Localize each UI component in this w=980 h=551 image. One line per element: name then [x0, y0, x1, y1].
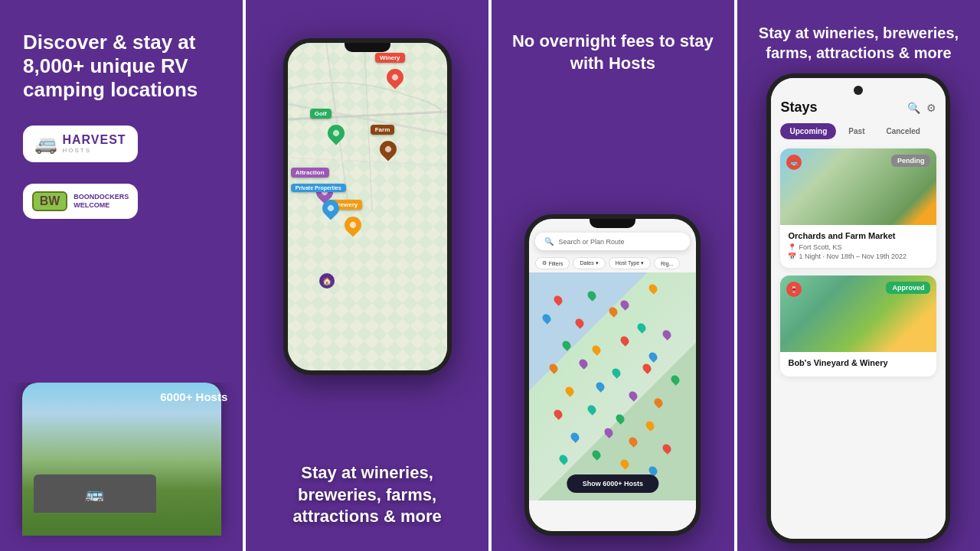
panel-3: No overnight fees to stay with Hosts 🔍 S…	[492, 0, 734, 551]
panel1-heading: Discover & stay at 8,000+ unique RV camp…	[23, 31, 220, 103]
search-icon: 🔍	[544, 237, 554, 246]
search-bar[interactable]: 🔍 Search or Plan Route	[535, 233, 690, 250]
map-dot	[577, 357, 590, 370]
stay-name-2: Bob's Vineyard & Winery	[788, 358, 929, 367]
bottom-phone-mockup: 🚌	[22, 383, 221, 536]
boondockers-text: BOONDOCKERSWELCOME	[74, 193, 129, 210]
map-dot	[557, 454, 570, 466]
map-dot	[594, 380, 606, 393]
stay-location-1: 📍 Fort Scott, KS	[788, 243, 929, 251]
map-dot	[644, 419, 656, 432]
panel3-heading: No overnight fees to stay with Hosts	[507, 31, 719, 74]
filter-chip-dates[interactable]: Dates ▾	[573, 257, 605, 269]
stay-dates-1: 📅 1 Night · Nov 18th – Nov 19th 2022	[788, 253, 929, 260]
panel2-line1: Stay at wineries,	[301, 463, 433, 482]
stay-card-2-info: Bob's Vineyard & Winery	[780, 352, 936, 377]
map-dot	[586, 289, 598, 302]
map-view: Winery Golf Farm Attraction Brewery Priv…	[288, 43, 447, 370]
tab-upcoming[interactable]: Upcoming	[780, 123, 836, 139]
map-dot	[611, 367, 623, 379]
map-dot	[574, 317, 586, 329]
phone4-notch	[854, 86, 863, 95]
harvest-sub: HOSTS	[62, 147, 126, 154]
panel-4: Stay at wineries, breweries, farms, attr…	[737, 0, 980, 551]
private-label: Private Properties	[291, 184, 346, 192]
search-text: Search or Plan Route	[558, 238, 624, 246]
golf-label: Golf	[310, 109, 332, 119]
map-dot	[648, 282, 660, 295]
tab-past[interactable]: Past	[839, 123, 874, 139]
hosts-count: 6000+ Hosts	[160, 390, 227, 403]
map-dot	[552, 408, 564, 420]
map-dot	[564, 385, 577, 397]
map-dot	[627, 435, 639, 448]
map-dot	[590, 344, 603, 357]
stays-title: Stays	[780, 99, 817, 116]
map-dot	[627, 390, 639, 402]
filter-chip-rig[interactable]: Rig...	[654, 257, 680, 269]
map-dot	[641, 362, 653, 374]
map-dot	[590, 449, 603, 461]
panel-1: Discover & stay at 8,000+ unique RV camp…	[0, 0, 243, 551]
boondockers-logo[interactable]: BW BOONDOCKERSWELCOME	[23, 184, 138, 219]
stay-card-1-info: Orchards and Farm Market 📍 Fort Scott, K…	[780, 225, 936, 268]
stay-card-1[interactable]: Pending 🚌 Orchards and Farm Market 📍 For…	[780, 148, 936, 268]
map-roads-svg	[288, 43, 447, 370]
phone3-content: 🔍 Search or Plan Route ⚙ Filters Dates ▾…	[529, 219, 696, 531]
stay-card-1-image: Pending 🚌	[780, 148, 936, 225]
phone4-content: Stays 🔍 ⚙ Upcoming Past Canceled Pending…	[771, 78, 946, 539]
map-dot	[619, 335, 632, 347]
map-home-pin: 🏠	[319, 273, 335, 289]
harvest-text: HARVEST	[62, 133, 126, 147]
map-dot	[569, 431, 581, 443]
map-dot	[603, 426, 615, 439]
panel4-phone: Stays 🔍 ⚙ Upcoming Past Canceled Pending…	[766, 73, 950, 543]
filter-bar: ⚙ Filters Dates ▾ Host Type ▾ Rig...	[535, 257, 690, 269]
phone-notch	[345, 43, 390, 52]
map-dot	[652, 396, 665, 409]
header-icons: 🔍 ⚙	[907, 102, 936, 114]
pending-badge: Pending	[891, 155, 931, 167]
map-dot	[619, 298, 632, 311]
panel2-line2: breweries, farms,	[298, 485, 436, 504]
bw-badge: BW	[32, 191, 68, 211]
map3: Show 6000+ Hosts	[529, 272, 696, 500]
map-dot	[560, 340, 573, 352]
panel3-phone: 🔍 Search or Plan Route ⚙ Filters Dates ▾…	[524, 214, 701, 536]
map-dot	[586, 403, 598, 416]
tabs-row: Upcoming Past Canceled	[780, 123, 936, 139]
approved-badge: Approved	[886, 282, 930, 294]
panel2-line3: attractions & more	[292, 507, 441, 526]
map-dot	[635, 321, 648, 334]
show-hosts-button[interactable]: Show 6000+ Hosts	[567, 474, 658, 493]
tab-canceled[interactable]: Canceled	[877, 123, 929, 139]
harvest-hosts-logo[interactable]: 🚐 HARVEST HOSTS	[23, 126, 138, 162]
svg-line-2	[288, 158, 447, 165]
map-dot	[547, 362, 560, 374]
search-icon[interactable]: 🔍	[907, 102, 920, 114]
map-dot	[669, 373, 681, 386]
filter-chip-host-type[interactable]: Host Type ▾	[609, 257, 651, 269]
map-dot	[541, 312, 553, 324]
filter-chip-filters[interactable]: ⚙ Filters	[535, 257, 570, 269]
stay-name-1: Orchards and Farm Market	[788, 231, 929, 240]
farm-label: Farm	[371, 125, 395, 135]
map-dot	[552, 294, 564, 306]
map-dots-container	[529, 272, 696, 500]
phone3-notch	[590, 219, 635, 228]
attraction-label: Attraction	[291, 168, 329, 178]
map-dot	[648, 351, 660, 364]
map-dot	[619, 458, 632, 471]
map-dot	[661, 328, 673, 341]
stay-card-2[interactable]: Approved 🍷 Bob's Vineyard & Winery	[780, 276, 936, 377]
map-dot	[607, 305, 619, 318]
stay-card-2-image: Approved 🍷	[780, 276, 936, 352]
map-dot	[661, 442, 673, 455]
panel2-phone: Winery Golf Farm Attraction Brewery Priv…	[283, 38, 452, 375]
winery-label: Winery	[375, 53, 405, 63]
map-dot	[614, 412, 626, 425]
panel2-bottom-text: Stay at wineries, breweries, farms, attr…	[246, 462, 488, 528]
panel-2: Winery Golf Farm Attraction Brewery Priv…	[246, 0, 488, 551]
settings-icon[interactable]: ⚙	[926, 102, 936, 114]
stays-header: Stays 🔍 ⚙	[780, 99, 936, 116]
